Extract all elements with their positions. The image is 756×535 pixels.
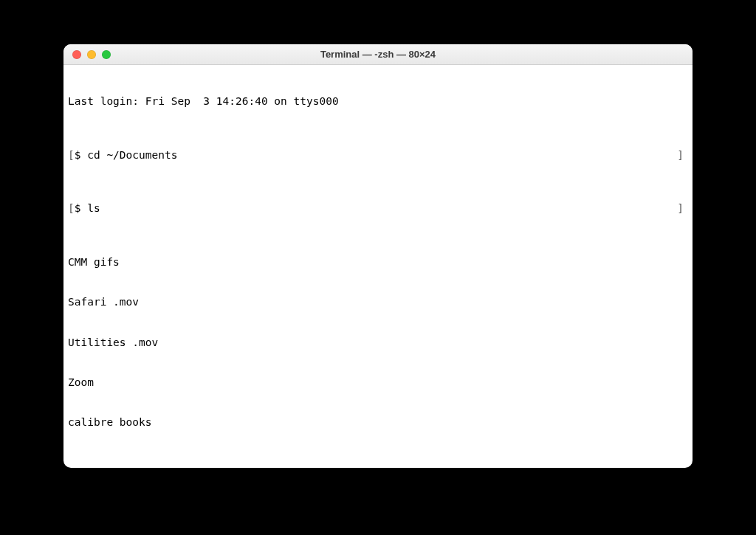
output-line: Safari .mov (68, 295, 688, 308)
command-line: [$ ls] (68, 201, 688, 215)
prompt-symbol: $ (75, 149, 87, 161)
output-line: CMM gifs (68, 255, 688, 269)
terminal-content[interactable]: Last login: Fri Sep 3 14:26:40 on ttys00… (63, 65, 693, 468)
command-text: ls (87, 202, 100, 214)
close-icon[interactable] (72, 50, 81, 59)
prompt-symbol: $ (75, 202, 87, 214)
output-line: calibre books (68, 415, 688, 429)
window-title: Terminal — -zsh — 80×24 (63, 49, 693, 60)
titlebar[interactable]: Terminal — -zsh — 80×24 (63, 44, 693, 65)
output-line: Zoom (68, 376, 688, 389)
zoom-icon[interactable] (102, 50, 111, 59)
traffic-lights (63, 50, 111, 59)
left-bracket-icon: [ (68, 202, 75, 214)
command-text: cd ~/Documents (87, 149, 177, 161)
left-bracket-icon: [ (68, 149, 75, 161)
command-line: [$ cd ~/Documents] (68, 148, 688, 162)
right-bracket-icon: ] (677, 201, 684, 215)
minimize-icon[interactable] (87, 50, 96, 59)
right-bracket-icon: ] (677, 148, 684, 162)
terminal-window: Terminal — -zsh — 80×24 Last login: Fri … (63, 44, 693, 468)
login-banner: Last login: Fri Sep 3 14:26:40 on ttys00… (68, 94, 688, 108)
output-line: Utilities .mov (68, 336, 688, 349)
